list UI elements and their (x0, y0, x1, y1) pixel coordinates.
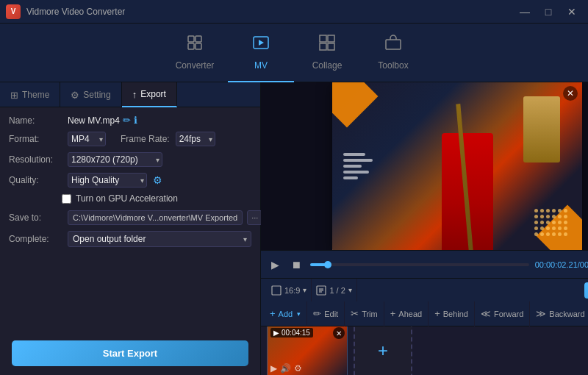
quality-select-wrapper: High Quality Medium Quality Low Quality (68, 173, 147, 188)
framerate-label: Frame Rate: (121, 134, 170, 144)
dot-1 (540, 209, 544, 213)
dot-8 (546, 215, 550, 218)
progress-bar[interactable] (310, 263, 529, 266)
toolbox-label: Toolbox (378, 60, 408, 71)
dot-28 (558, 232, 562, 236)
trim-button[interactable]: ✂ Trim (345, 301, 384, 326)
setting-gear-icon: ⚙ (71, 90, 79, 101)
lines-pattern (343, 153, 373, 179)
main-area: ⊞ Theme ⚙ Setting ↑ Export Name: New MV.… (0, 82, 588, 375)
sub-tabs: ⊞ Theme ⚙ Setting ↑ Export (0, 82, 260, 107)
aspect-ratio-icon (271, 285, 282, 296)
start-export-button[interactable]: Start Export (12, 340, 248, 366)
dot-25 (540, 232, 544, 236)
theme-grid-icon: ⊞ (10, 90, 18, 101)
collage-label: Collage (312, 60, 343, 71)
backward-button[interactable]: ≫ Backward (530, 301, 588, 326)
clip-settings-icon[interactable]: ⚙ (294, 363, 302, 374)
clip-duration: ▶ 00:04:15 (270, 328, 313, 338)
corner-decoration-tl (332, 82, 378, 127)
tab-collage[interactable]: Collage (294, 24, 360, 82)
trim-icon: ✂ (351, 308, 359, 319)
play-button[interactable]: ▶ (268, 257, 282, 272)
video-frame: ✕ (332, 82, 582, 250)
maximize-button[interactable]: □ (538, 4, 559, 19)
dot-26 (546, 232, 550, 236)
svg-rect-5 (320, 35, 326, 42)
start-export-small-button[interactable]: Start Export (584, 282, 588, 299)
player-controls: ▶ ⏹ 00:00:02.21/00:04:15.12 🔊 (261, 250, 588, 278)
edit-name-button[interactable]: ✏ (123, 115, 131, 126)
tab-mv[interactable]: MV (228, 24, 294, 82)
stop-button[interactable]: ⏹ (288, 257, 304, 272)
settings-form: Name: New MV.mp4 ✏ ℹ Format: MP4 MOV AVI (0, 107, 260, 335)
ahead-button[interactable]: + Ahead (384, 301, 429, 326)
dot-21 (552, 226, 556, 230)
add-clip-button[interactable]: + (354, 326, 412, 375)
edit-button[interactable]: ✏ Edit (307, 301, 345, 326)
minimize-button[interactable]: — (514, 4, 535, 19)
framerate-select[interactable]: 24fps 30fps 60fps (176, 132, 215, 146)
subtab-setting[interactable]: ⚙ Setting (60, 82, 121, 107)
close-button[interactable]: ✕ (562, 4, 582, 19)
converter-icon (186, 34, 204, 56)
clip-play-icon[interactable]: ▶ (270, 363, 277, 374)
svg-rect-3 (196, 43, 201, 49)
clip-sound-icon[interactable]: 🔊 (280, 363, 291, 374)
subtab-theme-label: Theme (22, 90, 49, 100)
export-upload-icon: ↑ (132, 89, 137, 100)
svg-rect-10 (272, 286, 281, 295)
line-bar-2 (343, 159, 373, 162)
aspect-ratio-control[interactable]: 16:9 ▾ (267, 279, 312, 302)
subtab-theme[interactable]: ⊞ Theme (0, 82, 60, 107)
titlebar-title: Vidmore Video Converter (26, 7, 125, 17)
add-icon: + (270, 308, 276, 319)
dot-20 (546, 226, 550, 230)
framerate-select-wrapper: 24fps 30fps 60fps (176, 132, 215, 146)
dot-5 (564, 209, 567, 213)
info-button[interactable]: ℹ (134, 115, 137, 126)
complete-select-wrapper: Open output folder Do nothing (68, 231, 251, 247)
app-icon: V (6, 4, 21, 19)
svg-rect-1 (196, 36, 201, 42)
quality-label: Quality: (9, 175, 62, 185)
saveto-path: C:\Vidmore\Vidmore V...onverter\MV Expor… (68, 210, 243, 225)
ahead-icon: + (390, 308, 396, 319)
tab-converter[interactable]: Converter (162, 24, 228, 82)
forward-button[interactable]: ≪ Forward (475, 301, 530, 326)
dot-19 (540, 226, 544, 230)
dot-14 (546, 221, 550, 224)
quality-select[interactable]: High Quality Medium Quality Low Quality (68, 173, 147, 188)
quality-settings-button[interactable]: ⚙ (153, 174, 162, 186)
tab-toolbox[interactable]: Toolbox (360, 24, 426, 82)
gpu-checkbox[interactable] (62, 194, 71, 204)
timeline: + Add ▾ ✏ Edit ✂ Trim + Ahead + (261, 301, 588, 375)
clip-controls: ▶ 🔊 ⚙ (270, 363, 302, 374)
video-content (332, 82, 582, 250)
page-control[interactable]: 1 / 2 ▾ (312, 279, 356, 302)
subtab-export-label: Export (140, 89, 166, 99)
resolution-row: Resolution: 1280x720 (720p) 1920x1080 (1… (9, 152, 251, 167)
resolution-select-wrapper: 1280x720 (720p) 1920x1080 (1080p) 3840x2… (68, 152, 162, 167)
dot-15 (552, 221, 556, 224)
dot-9 (552, 215, 556, 218)
dot-27 (552, 232, 556, 236)
subtab-export[interactable]: ↑ Export (122, 82, 177, 107)
behind-button[interactable]: + Behind (429, 301, 475, 326)
svg-rect-8 (328, 43, 334, 50)
time-display: 00:00:02.21/00:04:15.12 (535, 260, 588, 269)
dot-4 (558, 209, 562, 213)
titlebar-left: V Vidmore Video Converter (6, 4, 125, 19)
clip-close-button[interactable]: ✕ (333, 327, 345, 339)
resolution-select[interactable]: 1280x720 (720p) 1920x1080 (1080p) 3840x2… (68, 152, 162, 167)
video-preview: ✕ (261, 82, 588, 250)
line-bar-4 (343, 171, 369, 174)
format-select[interactable]: MP4 MOV AVI (68, 132, 106, 146)
dot-7 (540, 215, 544, 218)
add-button[interactable]: + Add ▾ (264, 301, 307, 326)
mv-icon (252, 34, 270, 56)
dot-12 (534, 221, 538, 224)
complete-select[interactable]: Open output folder Do nothing (68, 231, 251, 247)
titlebar-controls: — □ ✕ (514, 4, 582, 19)
line-bar-1 (343, 153, 365, 156)
